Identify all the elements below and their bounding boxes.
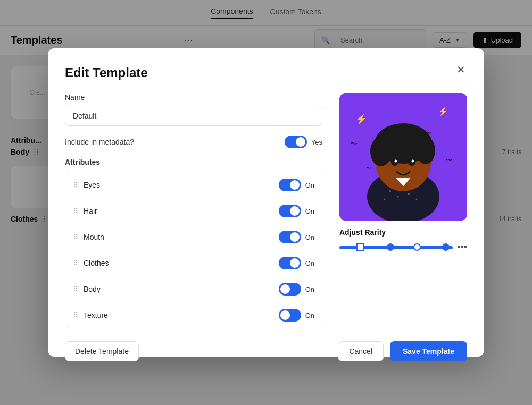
eyes-toggle-group: On <box>279 179 314 191</box>
svg-point-22 <box>408 193 410 195</box>
drag-handle-clothes[interactable]: ⠿ <box>73 259 78 267</box>
mouth-toggle-group: On <box>279 231 314 243</box>
attribute-name-hair: Hair <box>84 207 273 215</box>
svg-text:〜: 〜 <box>350 139 358 148</box>
attribute-list: ⠿ Eyes On ⠿ Hair On <box>65 172 322 328</box>
svg-point-20 <box>389 190 391 192</box>
drag-handle-texture[interactable]: ⠿ <box>73 311 78 319</box>
attribute-row-eyes: ⠿ Eyes On <box>65 172 322 198</box>
metadata-toggle[interactable] <box>285 136 307 148</box>
drag-handle-body[interactable]: ⠿ <box>73 285 78 293</box>
rarity-handle-4[interactable] <box>442 243 450 251</box>
modal-left-panel: Name Include in metadata? Yes Attributes… <box>65 93 322 328</box>
clothes-toggle-label: On <box>305 259 314 267</box>
attribute-name-body: Body <box>84 285 273 293</box>
attributes-section-label: Attributes <box>65 158 322 166</box>
svg-text:⚡: ⚡ <box>355 113 368 125</box>
attribute-name-clothes: Clothes <box>84 259 273 267</box>
attribute-row-hair: ⠿ Hair On <box>65 198 322 224</box>
rarity-track <box>339 246 453 249</box>
drag-handle-mouth[interactable]: ⠿ <box>73 233 78 241</box>
texture-toggle-label: On <box>305 311 314 319</box>
svg-point-14 <box>380 128 403 147</box>
attribute-name-texture: Texture <box>84 311 273 319</box>
texture-toggle-group: On <box>279 309 314 322</box>
svg-point-16 <box>391 158 398 166</box>
modal-title: Edit Template <box>65 65 467 80</box>
character-preview: ⚡ ⚡ 〜 〜 〜 〜 <box>339 93 467 221</box>
edit-template-modal: ✕ Edit Template Name Include in metadata… <box>48 48 484 357</box>
clothes-toggle[interactable] <box>279 257 301 269</box>
delete-template-button[interactable]: Delete Template <box>65 341 139 361</box>
metadata-row: Include in metadata? Yes <box>65 136 322 148</box>
attribute-name-mouth: Mouth <box>84 233 273 241</box>
mouth-toggle[interactable] <box>279 231 301 243</box>
mouth-toggle-label: On <box>305 233 314 241</box>
texture-toggle[interactable] <box>279 309 301 322</box>
character-illustration: ⚡ ⚡ 〜 〜 〜 〜 <box>339 93 467 221</box>
svg-point-15 <box>403 127 425 144</box>
attribute-row-texture: ⠿ Texture On <box>65 302 322 328</box>
hair-toggle-label: On <box>305 207 314 215</box>
svg-text:⚡: ⚡ <box>438 106 448 116</box>
adjust-rarity-label: Adjust Rarity <box>339 228 467 237</box>
save-template-button[interactable]: Save Template <box>390 341 467 361</box>
attribute-name-eyes: Eyes <box>84 181 273 189</box>
svg-point-24 <box>384 199 386 200</box>
drag-handle-hair[interactable]: ⠿ <box>73 207 78 215</box>
metadata-label: Include in metadata? <box>65 138 134 146</box>
body-toggle[interactable] <box>279 283 301 296</box>
name-input[interactable] <box>65 106 322 126</box>
attribute-row-mouth: ⠿ Mouth On <box>65 224 322 250</box>
clothes-toggle-group: On <box>279 257 314 269</box>
hair-toggle-group: On <box>279 205 314 217</box>
modal-right-panel: ⚡ ⚡ 〜 〜 〜 〜 <box>339 93 467 328</box>
footer-actions: Cancel Save Template <box>338 341 467 361</box>
svg-point-21 <box>397 196 399 198</box>
svg-point-18 <box>395 160 397 163</box>
eyes-toggle-label: On <box>305 181 314 189</box>
modal-footer: Delete Template Cancel Save Template <box>65 341 467 361</box>
modal-body: Name Include in metadata? Yes Attributes… <box>65 93 467 328</box>
name-label: Name <box>65 93 322 102</box>
svg-point-19 <box>412 160 414 163</box>
eyes-toggle[interactable] <box>279 179 301 191</box>
rarity-handle-2[interactable] <box>387 243 394 251</box>
drag-handle-eyes[interactable]: ⠿ <box>73 181 78 189</box>
modal-overlay: ✕ Edit Template Name Include in metadata… <box>0 0 532 405</box>
rarity-slider-row: ••• <box>339 242 467 253</box>
svg-text:〜: 〜 <box>366 165 371 171</box>
rarity-handle-1[interactable] <box>356 243 364 251</box>
rarity-handle-3[interactable] <box>413 243 421 251</box>
attribute-row-clothes: ⠿ Clothes On <box>65 250 322 276</box>
body-toggle-label: On <box>305 285 314 293</box>
svg-point-23 <box>416 199 418 200</box>
metadata-toggle-group: Yes <box>285 136 322 148</box>
close-button[interactable]: ✕ <box>452 61 469 78</box>
attribute-row-body: ⠿ Body On <box>65 276 322 302</box>
rarity-more-button[interactable]: ••• <box>457 242 467 253</box>
hair-toggle[interactable] <box>279 205 301 217</box>
svg-text:〜: 〜 <box>446 156 452 164</box>
svg-point-17 <box>408 158 415 166</box>
metadata-toggle-label: Yes <box>311 138 322 146</box>
cancel-button[interactable]: Cancel <box>338 341 384 361</box>
body-toggle-group: On <box>279 283 314 296</box>
